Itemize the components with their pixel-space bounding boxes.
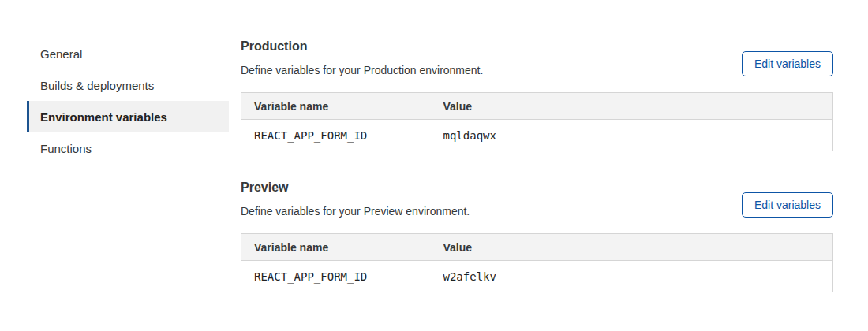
preview-variables-table: Variable name Value REACT_APP_FORM_ID w2… bbox=[241, 233, 833, 292]
variable-name-cell: REACT_APP_FORM_ID bbox=[241, 261, 431, 292]
column-header-variable-name: Variable name bbox=[241, 234, 431, 261]
sidebar-item-environment-variables[interactable]: Environment variables bbox=[27, 101, 229, 132]
production-variables-table: Variable name Value REACT_APP_FORM_ID mq… bbox=[241, 92, 833, 151]
table-header-row: Variable name Value bbox=[241, 93, 833, 120]
sidebar-item-general[interactable]: General bbox=[27, 38, 229, 69]
variable-value-cell: w2afelkv bbox=[431, 261, 833, 292]
environment-variables-content: Production Define variables for your Pro… bbox=[241, 0, 833, 292]
table-row: REACT_APP_FORM_ID w2afelkv bbox=[241, 261, 833, 292]
sidebar-item-label: Environment variables bbox=[40, 110, 167, 124]
column-header-value: Value bbox=[431, 93, 833, 120]
table-row: REACT_APP_FORM_ID mqldaqwx bbox=[241, 120, 833, 151]
production-section: Production Define variables for your Pro… bbox=[241, 39, 833, 151]
sidebar-item-builds-deployments[interactable]: Builds & deployments bbox=[27, 69, 229, 101]
sidebar-item-label: Functions bbox=[40, 142, 92, 155]
variable-name-cell: REACT_APP_FORM_ID bbox=[241, 120, 431, 151]
column-header-variable-name: Variable name bbox=[241, 93, 431, 120]
sidebar-item-label: Builds & deployments bbox=[40, 79, 154, 92]
variable-value-cell: mqldaqwx bbox=[431, 120, 833, 151]
preview-section: Preview Define variables for your Previe… bbox=[241, 180, 833, 292]
sidebar-item-functions[interactable]: Functions bbox=[27, 132, 229, 164]
edit-variables-button-production[interactable]: Edit variables bbox=[742, 51, 833, 76]
sidebar-item-label: General bbox=[40, 47, 82, 61]
edit-variables-button-preview[interactable]: Edit variables bbox=[742, 192, 833, 218]
table-header-row: Variable name Value bbox=[241, 234, 833, 261]
column-header-value: Value bbox=[431, 234, 833, 261]
settings-sidebar: General Builds & deployments Environment… bbox=[27, 38, 229, 164]
